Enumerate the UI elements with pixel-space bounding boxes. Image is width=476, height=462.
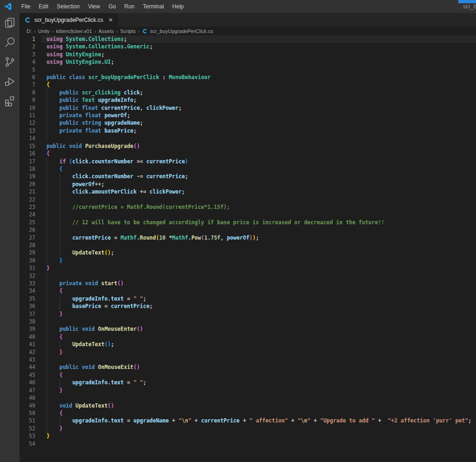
code-line-content[interactable]: public scr_clicking click; (41, 89, 476, 96)
menu-item-go[interactable]: Go (104, 0, 120, 13)
code-line-content[interactable]: upgradeInfo.text = upgradeName + "\n" + … (41, 417, 476, 424)
line-number[interactable]: 7 (20, 81, 41, 88)
code-line-content[interactable]: public void PurchaseUpgrade() (41, 142, 476, 150)
line-number[interactable]: 47 (20, 387, 41, 394)
code-line-content[interactable]: { (41, 371, 476, 379)
line-number[interactable]: 36 (20, 302, 41, 310)
breadcrumb-item[interactable]: kittenclicker.v01 (56, 28, 92, 34)
code-line-content[interactable]: using UnityEngine.UI; (41, 58, 476, 66)
line-number[interactable]: 33 (20, 280, 41, 287)
line-number[interactable]: 3 (20, 51, 41, 58)
line-number[interactable]: 52 (20, 425, 41, 432)
line-number[interactable]: 22 (20, 196, 41, 203)
code-line-content[interactable]: public Text upgradeInfo; (41, 96, 476, 104)
code-line-content[interactable]: } (41, 387, 476, 394)
line-number[interactable]: 2 (20, 43, 41, 50)
line-number[interactable]: 30 (20, 257, 41, 264)
search-icon[interactable] (0, 33, 20, 52)
tab-scr-buyupgradeperclick[interactable]: scr_buyUpgradePerClick.cs ✕ (20, 13, 118, 27)
line-number[interactable]: 19 (20, 173, 41, 180)
code-line-content[interactable]: public class scr_buyUpgradePerClick : Mo… (41, 74, 476, 81)
code-line-content[interactable]: } (41, 348, 476, 356)
code-line-content[interactable]: private float basePrice; (41, 127, 476, 134)
code-line-content[interactable]: } (41, 310, 476, 318)
tab-close-icon[interactable]: ✕ (108, 17, 113, 23)
code-line-content[interactable]: upgradeInfo.text = " "; (41, 379, 476, 386)
code-line-content[interactable]: using System.Collections; (41, 35, 476, 43)
menu-item-file[interactable]: File (17, 0, 34, 13)
line-number[interactable]: 20 (20, 181, 41, 188)
code-line-content[interactable]: { (41, 81, 476, 88)
line-number[interactable]: 9 (20, 96, 41, 104)
line-number[interactable]: 41 (20, 341, 41, 348)
code-line-content[interactable]: } (41, 257, 476, 264)
line-number[interactable]: 8 (20, 89, 41, 96)
menu-item-view[interactable]: View (84, 0, 104, 13)
line-number[interactable]: 13 (20, 127, 41, 134)
line-number[interactable]: 32 (20, 272, 41, 280)
breadcrumb-item[interactable]: Scripts (120, 28, 136, 34)
line-number[interactable]: 16 (20, 150, 41, 157)
code-line-content[interactable]: basePrice = currentPrice; (41, 302, 476, 310)
code-line-content[interactable]: if (click.counterNumber >= currentPrice) (41, 158, 476, 165)
code-line-content[interactable]: { (41, 333, 476, 341)
code-line-content[interactable] (41, 211, 476, 218)
menu-item-selection[interactable]: Selection (53, 0, 84, 13)
code-area[interactable]: 1using System.Collections;2using System.… (20, 35, 476, 462)
menu-item-terminal[interactable]: Terminal (139, 0, 168, 13)
code-line-content[interactable]: } (41, 432, 476, 440)
line-number[interactable]: 38 (20, 318, 41, 325)
menu-item-run[interactable]: Run (120, 0, 139, 13)
code-line-content[interactable]: { (41, 165, 476, 173)
line-number[interactable]: 21 (20, 188, 41, 195)
breadcrumb-file[interactable]: scr_buyUpgradePerClick.cs (150, 28, 213, 34)
code-line-content[interactable] (41, 241, 476, 249)
code-line-content[interactable]: public void OnMouseEnter() (41, 325, 476, 333)
code-line-content[interactable] (41, 66, 476, 74)
line-number[interactable]: 27 (20, 234, 41, 241)
line-number[interactable]: 6 (20, 74, 41, 81)
code-line-content[interactable]: private void start() (41, 280, 476, 287)
line-number[interactable]: 4 (20, 58, 41, 66)
line-number[interactable]: 53 (20, 432, 41, 440)
run-debug-icon[interactable] (0, 72, 20, 91)
line-number[interactable]: 51 (20, 417, 41, 424)
extensions-icon[interactable] (0, 91, 20, 111)
line-number[interactable]: 23 (20, 203, 41, 211)
line-number[interactable]: 54 (20, 440, 41, 448)
code-line-content[interactable]: } (41, 425, 476, 432)
code-line-content[interactable]: click.counterNumber -= currentPrice; (41, 173, 476, 180)
line-number[interactable]: 12 (20, 119, 41, 127)
line-number[interactable]: 49 (20, 402, 41, 409)
code-line-content[interactable] (41, 226, 476, 234)
line-number[interactable]: 43 (20, 356, 41, 363)
line-number[interactable]: 10 (20, 104, 41, 112)
code-line-content[interactable] (41, 356, 476, 363)
menu-item-edit[interactable]: Edit (34, 0, 53, 13)
code-line-content[interactable]: public string upgradeName; (41, 119, 476, 127)
code-line-content[interactable]: void UpdateText() (41, 402, 476, 409)
line-number[interactable]: 40 (20, 333, 41, 341)
code-line-content[interactable] (41, 196, 476, 203)
code-line-content[interactable]: using UnityEngine; (41, 51, 476, 58)
line-number[interactable]: 14 (20, 134, 41, 142)
line-number[interactable]: 44 (20, 363, 41, 371)
line-number[interactable]: 18 (20, 165, 41, 173)
code-line-content[interactable]: public float currentPrice, clickPower; (41, 104, 476, 112)
menu-item-help[interactable]: Help (168, 0, 188, 13)
line-number[interactable]: 35 (20, 295, 41, 302)
line-number[interactable]: 50 (20, 409, 41, 417)
code-line-content[interactable] (41, 272, 476, 280)
code-line-content[interactable]: // 12 will have to be changed accordingl… (41, 219, 476, 226)
line-number[interactable]: 11 (20, 112, 41, 119)
source-control-icon[interactable] (0, 52, 20, 72)
line-number[interactable]: 31 (20, 264, 41, 272)
line-number[interactable]: 24 (20, 211, 41, 218)
breadcrumb-item[interactable]: Assets (99, 28, 114, 34)
code-line-content[interactable]: { (41, 409, 476, 417)
line-number[interactable]: 48 (20, 394, 41, 402)
line-number[interactable]: 5 (20, 66, 41, 74)
code-line-content[interactable]: UpdateText(); (41, 341, 476, 348)
line-number[interactable]: 42 (20, 348, 41, 356)
breadcrumb-item[interactable]: Unity (38, 28, 50, 34)
